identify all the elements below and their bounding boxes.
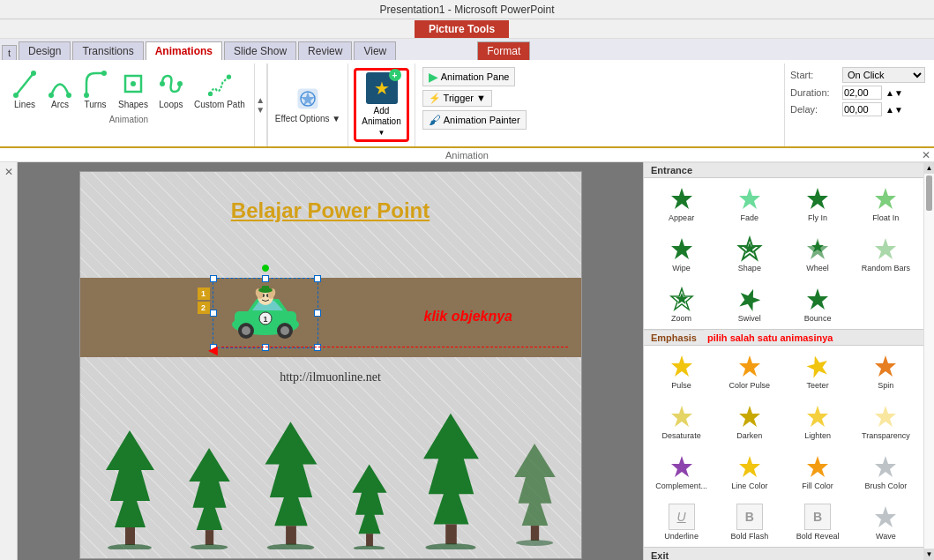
anim-randombars[interactable]: Random Bars: [852, 230, 920, 277]
mp-turns[interactable]: Turns: [79, 67, 111, 111]
mp-custom[interactable]: Custom Path: [191, 67, 249, 111]
anim-boldflash[interactable]: B Bold Flash: [715, 498, 783, 545]
handle-ml[interactable]: [210, 310, 217, 317]
svg-point-0: [13, 93, 19, 98]
svg-rect-33: [205, 530, 213, 545]
tab-home[interactable]: t: [2, 45, 17, 60]
handle-tr[interactable]: [314, 275, 321, 282]
lines-label: Lines: [14, 100, 35, 109]
svg-point-26: [280, 326, 289, 335]
svg-marker-50: [875, 188, 896, 209]
close-panel-btn[interactable]: ✕: [922, 149, 930, 161]
tree-3: [260, 417, 322, 549]
svg-point-3: [66, 93, 71, 98]
scrollbar-down-btn[interactable]: ▼: [924, 549, 934, 560]
anim-swivel[interactable]: Swivel: [715, 280, 783, 327]
anim-linecolor[interactable]: Line Color: [715, 448, 783, 495]
anim-bounce[interactable]: Bounce: [784, 280, 852, 327]
brushcolor-label: Brush Color: [865, 482, 908, 490]
tree-6: [511, 435, 559, 549]
anim-transparency[interactable]: Transparency: [852, 398, 920, 444]
animation-pane-btn[interactable]: ▶ Animation Pane: [422, 67, 516, 86]
tab-design[interactable]: Design: [19, 41, 71, 60]
svg-marker-70: [739, 456, 760, 477]
panel-content: Entrance Appear Fade: [644, 162, 923, 560]
tab-format[interactable]: Format: [477, 41, 530, 60]
anim-colorpulse[interactable]: Color Pulse: [715, 347, 783, 394]
effect-options-btn[interactable]: Effect Options ▼: [267, 63, 348, 146]
svg-marker-63: [804, 353, 830, 378]
delay-input[interactable]: [842, 102, 882, 116]
scrollbar-up-btn[interactable]: ▲: [924, 162, 934, 174]
handle-bm[interactable]: [262, 344, 269, 351]
anim-pulse[interactable]: Pulse: [647, 347, 715, 394]
mp-shapes[interactable]: Shapes: [115, 67, 152, 111]
svg-marker-64: [875, 355, 896, 377]
anim-boldreveal[interactable]: B Bold Reveal: [784, 498, 852, 545]
flyin-icon: [803, 184, 832, 213]
anim-complement[interactable]: Complement...: [647, 448, 715, 495]
anim-fillcolor[interactable]: Fill Color: [784, 448, 852, 495]
anim-lighten[interactable]: Lighten: [784, 398, 852, 444]
mp-loops[interactable]: Loops: [155, 67, 187, 111]
anim-flyin[interactable]: Fly In: [784, 180, 852, 227]
anim-underline[interactable]: U Underline: [647, 498, 715, 545]
handle-mr[interactable]: [314, 310, 321, 317]
trigger-btn[interactable]: ⚡ Trigger ▼: [422, 90, 492, 107]
pulse-label: Pulse: [671, 381, 691, 390]
anim-floatin[interactable]: Float In: [852, 180, 920, 227]
mp-lines[interactable]: Lines: [9, 67, 41, 111]
mp-arcs[interactable]: Arcs: [44, 67, 76, 111]
scroll-down-arrow[interactable]: ▼: [256, 105, 265, 115]
handle-br[interactable]: [314, 344, 321, 351]
rotation-handle[interactable]: [262, 265, 269, 272]
handle-tl[interactable]: [210, 275, 217, 282]
trigger-icon: ⚡: [429, 93, 441, 103]
svg-marker-59: [736, 286, 763, 312]
dotted-line: [221, 347, 568, 347]
anim-appear[interactable]: Appear: [647, 180, 715, 227]
anim-wave[interactable]: Wave: [852, 498, 920, 545]
scrollbar-thumb[interactable]: [926, 175, 932, 211]
entrance-row2: Wipe Shape: [644, 228, 923, 279]
anim-wipe[interactable]: Wipe: [647, 230, 715, 277]
anim-wheel[interactable]: Wheel: [784, 230, 852, 277]
transparency-label: Transparency: [862, 431, 910, 440]
underline-label: Underline: [664, 532, 699, 541]
handle-tm[interactable]: [262, 275, 269, 282]
title-text: Presentation1 - Microsoft PowerPoint: [379, 4, 554, 16]
anim-spin[interactable]: Spin: [852, 347, 920, 394]
boldflash-icon: B: [736, 503, 764, 531]
svg-point-9: [177, 81, 183, 86]
tree-4: [347, 461, 392, 549]
svg-text:1: 1: [263, 315, 267, 324]
tab-review[interactable]: Review: [298, 41, 352, 60]
anim-darken[interactable]: Darken: [715, 398, 783, 444]
effect-options-icon: [295, 86, 320, 114]
duration-input[interactable]: [842, 86, 882, 100]
tab-transitions[interactable]: Transitions: [72, 41, 143, 60]
anim-teeter[interactable]: Teeter: [784, 347, 852, 394]
bounce-icon: [803, 285, 832, 313]
randombars-icon: [871, 235, 900, 263]
start-select[interactable]: On Click With Previous After Previous: [842, 67, 925, 83]
anim-desaturate[interactable]: Desaturate: [647, 398, 715, 444]
shapes-icon: [121, 69, 146, 100]
picture-tools-tab[interactable]: Picture Tools: [415, 20, 509, 38]
add-animation-btn[interactable]: ★ + Add Animation ▼: [354, 68, 408, 142]
anim-zoom[interactable]: Zoom: [647, 280, 715, 327]
slide-panel-close[interactable]: ✕: [4, 166, 13, 178]
svg-marker-60: [807, 288, 828, 310]
scroll-up-arrow[interactable]: ▲: [256, 95, 265, 105]
anim-shape[interactable]: Shape: [715, 230, 783, 277]
slide: Belajar Power Point: [79, 171, 582, 559]
animation-painter-btn[interactable]: 🖌 Animation Painter: [422, 110, 527, 130]
tab-animations[interactable]: Animations: [146, 41, 222, 60]
custom-icon: [207, 69, 232, 100]
anim-fade[interactable]: Fade: [715, 180, 783, 227]
anim-brushcolor[interactable]: Brush Color: [852, 448, 920, 495]
ribbon-content: Lines Arcs: [0, 60, 934, 148]
tab-view[interactable]: View: [354, 41, 396, 60]
car-object[interactable]: 1 2: [213, 278, 318, 348]
tab-slideshow[interactable]: Slide Show: [224, 41, 296, 60]
